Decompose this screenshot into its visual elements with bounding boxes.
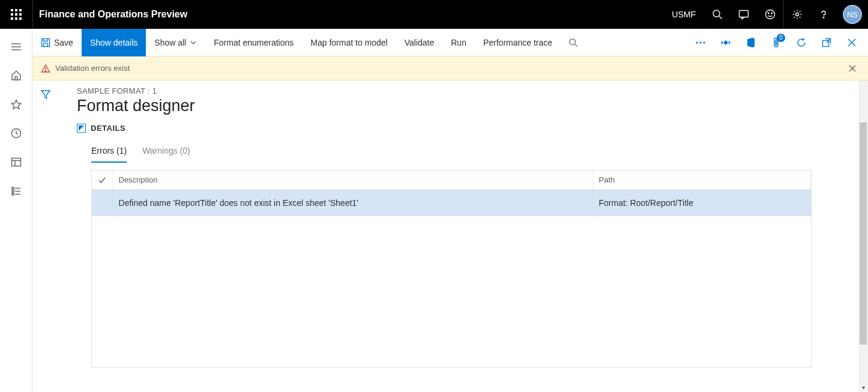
- refresh-icon: [796, 37, 807, 48]
- refresh-button[interactable]: [789, 29, 814, 56]
- svg-point-13: [768, 13, 769, 13]
- nav-home-button[interactable]: [0, 62, 32, 89]
- tab-errors[interactable]: Errors (1): [91, 142, 127, 163]
- close-icon: [848, 38, 856, 47]
- app-header: Finance and Operations Preview USMF NS: [0, 0, 868, 29]
- svg-rect-11: [740, 11, 749, 17]
- header-help-button[interactable]: [810, 0, 837, 29]
- svg-point-36: [703, 41, 705, 43]
- svg-rect-3: [11, 13, 13, 16]
- show-all-button[interactable]: Show all: [146, 29, 205, 56]
- page-title: Format designer: [77, 97, 860, 115]
- svg-rect-8: [19, 17, 22, 20]
- details-collapse-toggle[interactable]: [77, 124, 86, 133]
- svg-point-34: [696, 41, 698, 43]
- toolbar-search-button[interactable]: [561, 29, 586, 56]
- search-icon: [712, 9, 723, 20]
- nav-workspaces-button[interactable]: [0, 149, 32, 175]
- map-format-button[interactable]: Map format to model: [302, 29, 396, 56]
- filter-pane-button[interactable]: [40, 89, 51, 392]
- save-button[interactable]: Save: [32, 29, 82, 56]
- validate-button[interactable]: Validate: [396, 29, 443, 56]
- close-icon: [849, 65, 856, 72]
- chat-icon: [738, 9, 749, 20]
- attachments-badge: 0: [777, 34, 785, 42]
- waffle-icon: [11, 9, 22, 20]
- header-messages-button[interactable]: [731, 0, 757, 29]
- svg-line-33: [575, 44, 577, 46]
- svg-rect-6: [11, 17, 13, 20]
- triangle-up-left-icon: [79, 125, 84, 131]
- svg-point-35: [699, 41, 701, 43]
- search-icon: [568, 38, 578, 47]
- more-commands-button[interactable]: [688, 29, 713, 56]
- svg-rect-21: [11, 158, 20, 166]
- show-details-label: Show details: [90, 38, 137, 47]
- navigation-rail: [0, 29, 32, 392]
- scrollbar-arrow-down[interactable]: ▾: [858, 382, 868, 392]
- office-button[interactable]: [738, 29, 764, 56]
- save-icon: [41, 38, 50, 47]
- table-row[interactable]: Defined name 'ReportTitle' does not exis…: [92, 190, 811, 217]
- svg-rect-26: [12, 193, 14, 195]
- nav-favorites-button[interactable]: [0, 91, 32, 118]
- office-icon: [746, 37, 756, 48]
- header-search-button[interactable]: [704, 0, 731, 29]
- main-region: Save Show details Show all Format enumer…: [32, 29, 868, 392]
- nav-expand-button[interactable]: [0, 34, 32, 60]
- header-feedback-button[interactable]: [757, 0, 783, 29]
- clock-icon: [10, 127, 22, 139]
- svg-point-9: [713, 10, 720, 17]
- column-select-header[interactable]: [92, 170, 112, 190]
- company-label[interactable]: USMF: [663, 10, 704, 19]
- svg-rect-4: [15, 13, 17, 16]
- tab-warnings[interactable]: Warnings (0): [142, 142, 190, 163]
- rcs-button[interactable]: [713, 29, 738, 56]
- attachments-button[interactable]: 0: [764, 29, 789, 56]
- chevron-down-icon: [190, 39, 197, 46]
- svg-rect-1: [15, 9, 17, 11]
- user-avatar[interactable]: NS: [843, 5, 862, 24]
- home-icon: [10, 70, 22, 82]
- validation-grid: Description Path Defined name 'ReportTit…: [91, 170, 812, 368]
- close-page-button[interactable]: [839, 29, 864, 56]
- svg-rect-24: [12, 187, 14, 189]
- header-settings-button[interactable]: [784, 0, 810, 29]
- diamond-icon: [720, 37, 731, 48]
- row-select-cell[interactable]: [92, 190, 112, 217]
- command-bar: Save Show details Show all Format enumer…: [32, 29, 868, 56]
- notification-close-button[interactable]: [845, 61, 860, 76]
- app-title: Finance and Operations Preview: [32, 0, 199, 29]
- cell-description: Defined name 'ReportTitle' does not exis…: [112, 190, 592, 217]
- performance-trace-button[interactable]: Performance trace: [475, 29, 561, 56]
- checkmark-icon: [98, 176, 106, 184]
- nav-modules-button[interactable]: [0, 178, 32, 204]
- show-details-button[interactable]: Show details: [82, 29, 146, 56]
- nav-recent-button[interactable]: [0, 120, 32, 146]
- app-launcher-button[interactable]: [0, 0, 32, 29]
- column-path-header[interactable]: Path: [592, 170, 811, 190]
- ellipsis-icon: [695, 41, 706, 44]
- save-label: Save: [54, 38, 73, 47]
- help-icon: [818, 9, 829, 20]
- scrollbar-thumb[interactable]: [860, 122, 867, 345]
- cell-path: Format: Root/Report/Title: [592, 190, 811, 217]
- hamburger-icon: [10, 41, 22, 53]
- svg-rect-25: [12, 190, 14, 192]
- filter-icon: [40, 89, 51, 100]
- svg-rect-2: [19, 9, 22, 11]
- svg-rect-7: [15, 17, 17, 20]
- svg-point-14: [771, 13, 772, 13]
- run-button[interactable]: Run: [442, 29, 475, 56]
- format-enumerations-button[interactable]: Format enumerations: [205, 29, 302, 56]
- svg-line-10: [719, 16, 722, 19]
- svg-point-41: [45, 70, 46, 71]
- svg-point-12: [766, 10, 775, 19]
- avatar-initials: NS: [847, 10, 858, 19]
- svg-point-32: [570, 38, 576, 44]
- vertical-scrollbar[interactable]: ▾: [858, 80, 868, 392]
- workspace-icon: [10, 156, 22, 168]
- popout-button[interactable]: [814, 29, 839, 56]
- column-description-header[interactable]: Description: [112, 170, 592, 190]
- svg-rect-5: [19, 13, 22, 16]
